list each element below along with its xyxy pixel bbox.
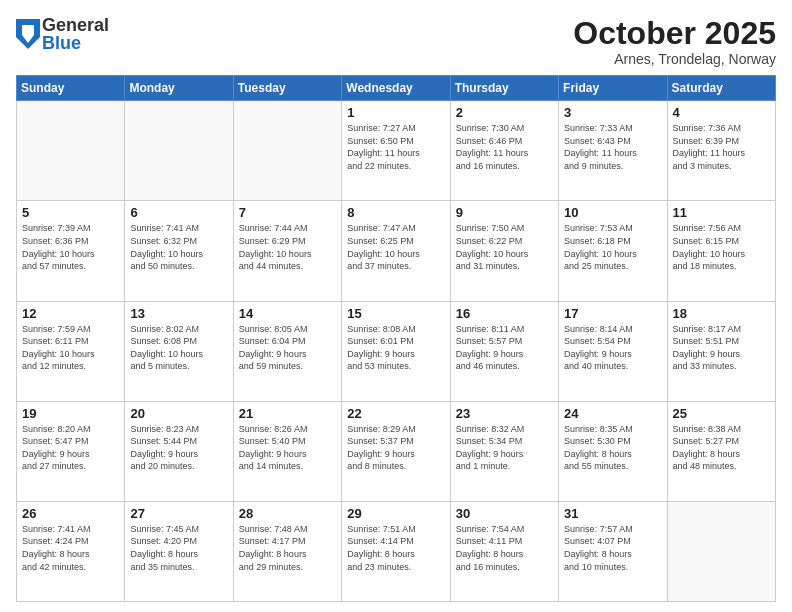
day-info: Sunrise: 7:51 AMSunset: 4:14 PMDaylight:… (347, 523, 444, 573)
day-number: 5 (22, 205, 119, 220)
day-info: Sunrise: 7:48 AMSunset: 4:17 PMDaylight:… (239, 523, 336, 573)
calendar-cell: 7Sunrise: 7:44 AMSunset: 6:29 PMDaylight… (233, 201, 341, 301)
day-number: 18 (673, 306, 770, 321)
logo-text: General Blue (42, 16, 109, 52)
calendar-header: Sunday Monday Tuesday Wednesday Thursday… (17, 76, 776, 101)
day-info: Sunrise: 8:29 AMSunset: 5:37 PMDaylight:… (347, 423, 444, 473)
day-number: 20 (130, 406, 227, 421)
day-info: Sunrise: 7:45 AMSunset: 4:20 PMDaylight:… (130, 523, 227, 573)
calendar-body: 1Sunrise: 7:27 AMSunset: 6:50 PMDaylight… (17, 101, 776, 602)
calendar-cell: 23Sunrise: 8:32 AMSunset: 5:34 PMDayligh… (450, 401, 558, 501)
day-number: 24 (564, 406, 661, 421)
calendar-cell: 24Sunrise: 8:35 AMSunset: 5:30 PMDayligh… (559, 401, 667, 501)
th-sunday: Sunday (17, 76, 125, 101)
th-wednesday: Wednesday (342, 76, 450, 101)
day-number: 3 (564, 105, 661, 120)
day-number: 29 (347, 506, 444, 521)
day-number: 11 (673, 205, 770, 220)
calendar-cell: 31Sunrise: 7:57 AMSunset: 4:07 PMDayligh… (559, 501, 667, 601)
calendar-cell: 2Sunrise: 7:30 AMSunset: 6:46 PMDaylight… (450, 101, 558, 201)
calendar-cell: 16Sunrise: 8:11 AMSunset: 5:57 PMDayligh… (450, 301, 558, 401)
calendar-cell (17, 101, 125, 201)
th-thursday: Thursday (450, 76, 558, 101)
day-number: 25 (673, 406, 770, 421)
day-info: Sunrise: 8:14 AMSunset: 5:54 PMDaylight:… (564, 323, 661, 373)
day-number: 12 (22, 306, 119, 321)
day-number: 27 (130, 506, 227, 521)
day-number: 30 (456, 506, 553, 521)
day-number: 28 (239, 506, 336, 521)
day-number: 26 (22, 506, 119, 521)
day-info: Sunrise: 7:27 AMSunset: 6:50 PMDaylight:… (347, 122, 444, 172)
calendar-week-4: 26Sunrise: 7:41 AMSunset: 4:24 PMDayligh… (17, 501, 776, 601)
th-monday: Monday (125, 76, 233, 101)
day-info: Sunrise: 8:38 AMSunset: 5:27 PMDaylight:… (673, 423, 770, 473)
day-info: Sunrise: 7:59 AMSunset: 6:11 PMDaylight:… (22, 323, 119, 373)
day-info: Sunrise: 8:17 AMSunset: 5:51 PMDaylight:… (673, 323, 770, 373)
calendar-cell: 18Sunrise: 8:17 AMSunset: 5:51 PMDayligh… (667, 301, 775, 401)
logo-general-text: General (42, 16, 109, 34)
calendar-cell: 20Sunrise: 8:23 AMSunset: 5:44 PMDayligh… (125, 401, 233, 501)
day-number: 17 (564, 306, 661, 321)
calendar-cell: 1Sunrise: 7:27 AMSunset: 6:50 PMDaylight… (342, 101, 450, 201)
logo-icon (16, 19, 40, 49)
day-info: Sunrise: 7:41 AMSunset: 4:24 PMDaylight:… (22, 523, 119, 573)
day-number: 31 (564, 506, 661, 521)
calendar-cell: 8Sunrise: 7:47 AMSunset: 6:25 PMDaylight… (342, 201, 450, 301)
day-number: 13 (130, 306, 227, 321)
calendar-cell: 29Sunrise: 7:51 AMSunset: 4:14 PMDayligh… (342, 501, 450, 601)
th-tuesday: Tuesday (233, 76, 341, 101)
th-friday: Friday (559, 76, 667, 101)
day-number: 8 (347, 205, 444, 220)
calendar-cell: 15Sunrise: 8:08 AMSunset: 6:01 PMDayligh… (342, 301, 450, 401)
month-title: October 2025 (573, 16, 776, 51)
day-info: Sunrise: 7:39 AMSunset: 6:36 PMDaylight:… (22, 222, 119, 272)
calendar-cell: 4Sunrise: 7:36 AMSunset: 6:39 PMDaylight… (667, 101, 775, 201)
day-info: Sunrise: 8:20 AMSunset: 5:47 PMDaylight:… (22, 423, 119, 473)
day-number: 19 (22, 406, 119, 421)
day-info: Sunrise: 7:54 AMSunset: 4:11 PMDaylight:… (456, 523, 553, 573)
day-info: Sunrise: 8:35 AMSunset: 5:30 PMDaylight:… (564, 423, 661, 473)
day-info: Sunrise: 8:02 AMSunset: 6:08 PMDaylight:… (130, 323, 227, 373)
day-number: 6 (130, 205, 227, 220)
day-info: Sunrise: 8:32 AMSunset: 5:34 PMDaylight:… (456, 423, 553, 473)
calendar-week-0: 1Sunrise: 7:27 AMSunset: 6:50 PMDaylight… (17, 101, 776, 201)
day-info: Sunrise: 8:23 AMSunset: 5:44 PMDaylight:… (130, 423, 227, 473)
day-info: Sunrise: 7:33 AMSunset: 6:43 PMDaylight:… (564, 122, 661, 172)
calendar-cell (125, 101, 233, 201)
day-number: 1 (347, 105, 444, 120)
day-number: 7 (239, 205, 336, 220)
calendar-cell: 13Sunrise: 8:02 AMSunset: 6:08 PMDayligh… (125, 301, 233, 401)
header: General Blue October 2025 Arnes, Trondel… (16, 16, 776, 67)
day-number: 22 (347, 406, 444, 421)
day-info: Sunrise: 7:30 AMSunset: 6:46 PMDaylight:… (456, 122, 553, 172)
day-number: 14 (239, 306, 336, 321)
day-info: Sunrise: 7:56 AMSunset: 6:15 PMDaylight:… (673, 222, 770, 272)
title-block: October 2025 Arnes, Trondelag, Norway (573, 16, 776, 67)
calendar-cell: 5Sunrise: 7:39 AMSunset: 6:36 PMDaylight… (17, 201, 125, 301)
calendar-cell: 19Sunrise: 8:20 AMSunset: 5:47 PMDayligh… (17, 401, 125, 501)
day-number: 2 (456, 105, 553, 120)
calendar-cell: 27Sunrise: 7:45 AMSunset: 4:20 PMDayligh… (125, 501, 233, 601)
calendar-cell: 26Sunrise: 7:41 AMSunset: 4:24 PMDayligh… (17, 501, 125, 601)
calendar-cell: 14Sunrise: 8:05 AMSunset: 6:04 PMDayligh… (233, 301, 341, 401)
day-info: Sunrise: 8:26 AMSunset: 5:40 PMDaylight:… (239, 423, 336, 473)
calendar-cell: 22Sunrise: 8:29 AMSunset: 5:37 PMDayligh… (342, 401, 450, 501)
calendar-cell: 21Sunrise: 8:26 AMSunset: 5:40 PMDayligh… (233, 401, 341, 501)
subtitle: Arnes, Trondelag, Norway (573, 51, 776, 67)
day-number: 15 (347, 306, 444, 321)
th-saturday: Saturday (667, 76, 775, 101)
calendar-cell: 10Sunrise: 7:53 AMSunset: 6:18 PMDayligh… (559, 201, 667, 301)
calendar-cell: 28Sunrise: 7:48 AMSunset: 4:17 PMDayligh… (233, 501, 341, 601)
calendar-cell: 30Sunrise: 7:54 AMSunset: 4:11 PMDayligh… (450, 501, 558, 601)
calendar-cell: 12Sunrise: 7:59 AMSunset: 6:11 PMDayligh… (17, 301, 125, 401)
calendar-cell: 25Sunrise: 8:38 AMSunset: 5:27 PMDayligh… (667, 401, 775, 501)
day-number: 23 (456, 406, 553, 421)
day-info: Sunrise: 7:44 AMSunset: 6:29 PMDaylight:… (239, 222, 336, 272)
calendar-cell: 9Sunrise: 7:50 AMSunset: 6:22 PMDaylight… (450, 201, 558, 301)
day-number: 9 (456, 205, 553, 220)
calendar-week-3: 19Sunrise: 8:20 AMSunset: 5:47 PMDayligh… (17, 401, 776, 501)
day-info: Sunrise: 7:53 AMSunset: 6:18 PMDaylight:… (564, 222, 661, 272)
calendar-cell (233, 101, 341, 201)
day-info: Sunrise: 7:36 AMSunset: 6:39 PMDaylight:… (673, 122, 770, 172)
